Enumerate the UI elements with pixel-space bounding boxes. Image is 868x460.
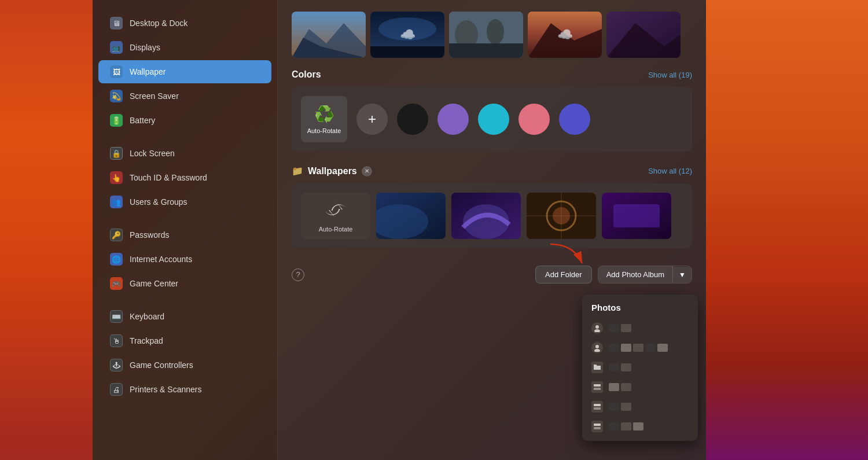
thumb-medium xyxy=(621,383,631,391)
wallpaper-thumb-1[interactable] xyxy=(292,12,366,58)
wallpaper-thumb-5[interactable] xyxy=(606,12,681,58)
sidebar-item-desktop-dock[interactable]: 🖥 Desktop & Dock xyxy=(98,12,271,35)
color-swatch-pink[interactable] xyxy=(518,104,550,135)
dropdown-item-2[interactable] xyxy=(582,338,698,358)
dropdown-title: Photos xyxy=(582,299,698,318)
wallpaper-thumb-2[interactable]: ☁️ xyxy=(370,12,444,58)
sidebar-item-printers[interactable]: 🖨 Printers & Scanners xyxy=(98,378,271,401)
thumb-medium xyxy=(621,403,631,411)
svg-point-29 xyxy=(594,349,600,352)
colors-grid: ♻️ Auto-Rotate + xyxy=(292,87,692,152)
thumb-medium xyxy=(621,324,631,332)
colors-show-all[interactable]: Show all (19) xyxy=(648,71,692,79)
folder-icon: 📁 xyxy=(292,165,303,176)
add-photo-album-main-button[interactable]: Add Photo Album xyxy=(598,266,673,283)
wallpapers-section: 📁 Wallpapers ✕ Show all (12) Auto-Rotate xyxy=(292,165,692,248)
dropdown-item-3[interactable] xyxy=(582,358,698,377)
sidebar-item-internet-accounts[interactable]: 🌐 Internet Accounts xyxy=(98,248,271,271)
wallpapers-auto-rotate-label: Auto-Rotate xyxy=(319,226,353,233)
desktop-dock-icon: 🖥 xyxy=(110,17,123,30)
thumb-dark2 xyxy=(645,344,656,352)
sidebar-item-screen-saver[interactable]: 💫 Screen Saver xyxy=(98,84,271,108)
svg-rect-31 xyxy=(594,388,601,390)
wallpapers-header: 📁 Wallpapers ✕ Show all (12) xyxy=(292,165,692,176)
users-groups-icon: 👥 xyxy=(110,196,123,208)
wallpapers-close-badge[interactable]: ✕ xyxy=(362,166,372,176)
main-window: 🖥 Desktop & Dock 📺 Displays 🖼 Wallpaper … xyxy=(93,0,706,460)
battery-icon: 🔋 xyxy=(110,114,123,127)
wallpaper-icon: 🖼 xyxy=(110,65,123,78)
sidebar-item-label: Users & Groups xyxy=(130,197,187,207)
colors-auto-rotate-button[interactable]: ♻️ Auto-Rotate xyxy=(301,96,347,142)
thumb-light xyxy=(633,422,643,430)
person-icon-2 xyxy=(591,342,603,354)
thumb-light2 xyxy=(657,344,668,352)
svg-point-8 xyxy=(487,19,504,45)
add-photo-album-button-group: Add Photo Album ▼ xyxy=(598,266,692,284)
sidebar-item-trackpad[interactable]: 🖱 Trackpad xyxy=(98,329,271,352)
wallpaper-item-1[interactable] xyxy=(376,193,446,239)
printers-icon: 🖨 xyxy=(110,383,123,396)
wallpaper-thumb-4[interactable]: ☁️ xyxy=(528,12,602,58)
wallpapers-auto-rotate-button[interactable]: Auto-Rotate xyxy=(301,193,370,239)
sidebar-item-displays[interactable]: 📺 Displays xyxy=(98,36,271,59)
thumb-medium xyxy=(621,422,631,430)
sidebar-item-game-controllers[interactable]: 🕹 Game Controllers xyxy=(98,354,271,377)
dropdown-item-thumbs-5 xyxy=(609,403,631,411)
bottom-action-buttons: Add Folder Add Photo Album xyxy=(535,266,692,284)
dropdown-item-4[interactable] xyxy=(582,377,698,397)
color-swatch-purple[interactable] xyxy=(437,104,469,135)
add-folder-button[interactable]: Add Folder xyxy=(535,266,592,284)
thumb-dark xyxy=(609,324,619,332)
photos-dropdown-menu: Photos xyxy=(582,295,698,441)
svg-rect-5 xyxy=(370,46,444,58)
sidebar-item-game-center[interactable]: 🎮 Game Center xyxy=(98,272,271,295)
svg-rect-35 xyxy=(594,427,601,429)
stack-icon-1 xyxy=(591,381,603,393)
sidebar-item-label: Lock Screen xyxy=(130,149,175,158)
main-content-panel: ☁️ xyxy=(278,0,706,460)
sidebar-item-label: Keyboard xyxy=(130,312,164,321)
cloud-download-icon-2: ☁️ xyxy=(400,27,415,42)
color-swatch-blue-purple[interactable] xyxy=(559,104,590,135)
help-button[interactable]: ? xyxy=(292,268,304,281)
wallpaper-thumb-3[interactable] xyxy=(449,12,523,58)
dropdown-item-5[interactable] xyxy=(582,397,698,417)
thumb-dark xyxy=(609,422,619,430)
dropdown-item-6[interactable] xyxy=(582,417,698,436)
sidebar-item-users-groups[interactable]: 👥 Users & Groups xyxy=(98,190,271,214)
thumb-light xyxy=(609,383,619,391)
sidebar-item-touch-id[interactable]: 👆 Touch ID & Password xyxy=(98,166,271,189)
add-icon: + xyxy=(368,111,376,127)
game-controllers-icon: 🕹 xyxy=(110,359,123,371)
add-color-button[interactable]: + xyxy=(356,104,388,135)
lock-screen-icon: 🔒 xyxy=(110,147,123,160)
sidebar-item-label: Internet Accounts xyxy=(130,255,192,264)
add-photo-album-dropdown-button[interactable]: ▼ xyxy=(673,267,692,283)
game-center-icon: 🎮 xyxy=(110,277,123,290)
wallpapers-show-all[interactable]: Show all (12) xyxy=(648,167,692,175)
divider-2 xyxy=(104,218,266,219)
sidebar-item-passwords[interactable]: 🔑 Passwords xyxy=(98,223,271,246)
sidebar-item-wallpaper[interactable]: 🖼 Wallpaper xyxy=(98,60,271,83)
colors-section: Colors Show all (19) ♻️ Auto-Rotate + xyxy=(292,69,692,152)
color-swatch-black[interactable] xyxy=(397,104,428,135)
add-folder-label: Add Folder xyxy=(545,270,582,279)
auto-rotate-icon: ♻️ xyxy=(314,105,334,124)
svg-point-26 xyxy=(595,325,599,329)
wallpaper-item-4[interactable] xyxy=(602,193,671,239)
sidebar-item-lock-screen[interactable]: 🔒 Lock Screen xyxy=(98,142,271,165)
dropdown-item-1[interactable] xyxy=(582,318,698,338)
color-swatch-cyan[interactable] xyxy=(478,104,509,135)
wallpaper-item-3[interactable] xyxy=(527,193,596,239)
sidebar-item-label: Battery xyxy=(130,116,155,125)
dropdown-item-thumbs-4 xyxy=(609,383,631,391)
auto-rotate-label: Auto-Rotate xyxy=(307,127,341,134)
colors-header: Colors Show all (19) xyxy=(292,69,692,80)
wallpaper-item-2[interactable] xyxy=(451,193,521,239)
thumb-dark xyxy=(609,344,619,352)
sidebar-item-label: Screen Saver xyxy=(130,91,179,101)
sidebar-item-keyboard[interactable]: ⌨️ Keyboard xyxy=(98,305,271,328)
svg-rect-34 xyxy=(594,424,601,426)
sidebar-item-battery[interactable]: 🔋 Battery xyxy=(98,109,271,132)
